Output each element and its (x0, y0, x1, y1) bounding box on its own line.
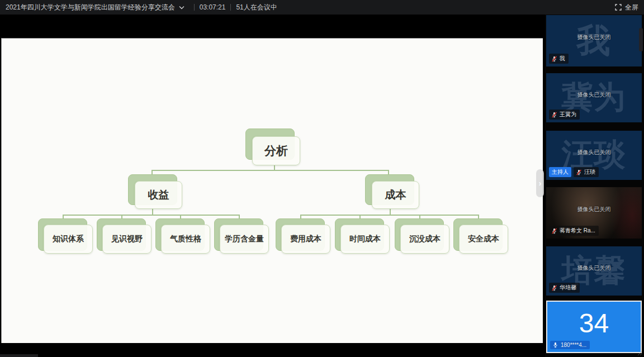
chevron-right-icon: › (539, 179, 542, 187)
connector-line (300, 215, 479, 216)
mindmap-leaf-node: 知识体系 (38, 218, 87, 251)
meeting-title: 2021年四川大学文学与新闻学院出国留学经验分享交流会 (6, 3, 175, 12)
participant-name-pill: 180****4... (550, 341, 590, 349)
fullscreen-button[interactable]: 全屏 (615, 3, 638, 12)
connector-line (151, 170, 389, 171)
node-label: 学历含金量 (220, 225, 269, 254)
meeting-timer: 03:07:21 (200, 3, 226, 11)
node-label: 收益 (135, 181, 182, 209)
node-label: 知识体系 (44, 225, 93, 254)
meeting-titlebar: 2021年四川大学文学与新闻学院出国留学经验分享交流会 03:07:21 51人… (0, 0, 644, 15)
participant-name-pill: 我 (549, 54, 569, 64)
connector-line (152, 209, 153, 215)
connector-line (63, 215, 239, 216)
participant-tile-active-speaker[interactable]: 34 180****4... (546, 301, 642, 353)
node-label: 费用成本 (281, 225, 330, 254)
camera-off-text: 摄像头已关闭 (546, 206, 642, 213)
camera-off-text: 摄像头已关闭 (546, 91, 642, 99)
mic-muted-icon (576, 169, 582, 175)
node-label: 气质性格 (161, 225, 210, 254)
participant-tile[interactable]: 我 摄像头已关闭 我 (546, 15, 642, 66)
participant-tile[interactable]: 汪琰 摄像头已关闭 主持人 汪琰 (546, 131, 642, 180)
participant-sidebar: 我 摄像头已关闭 我 冀为 摄像头已关闭 (545, 15, 644, 357)
participant-name-pill: 华培馨 (549, 283, 580, 293)
participant-name: 蒋青希文 Ra... (560, 227, 595, 235)
fullscreen-icon (615, 4, 622, 11)
participant-name-pill: 王冀为 (549, 110, 580, 120)
mindmap-branch-node: 成本 (365, 174, 414, 205)
participant-name-pill: 汪琰 (574, 167, 599, 177)
participant-name-pill: 蒋青希文 Ra... (549, 226, 599, 236)
shared-screen-canvas: 分析 收益 成本 知识体系 见识视野 气质性格 学历含金量 (1, 38, 543, 343)
node-label: 沉没成本 (400, 225, 449, 254)
participant-name: 汪琰 (584, 168, 595, 176)
participant-tile[interactable]: 摄像头已关闭 蒋青希文 Ra... (546, 187, 642, 239)
mic-muted-icon (551, 112, 557, 118)
node-label: 分析 (252, 136, 300, 165)
node-label: 时间成本 (340, 225, 390, 254)
fullscreen-label: 全屏 (625, 3, 638, 12)
participant-count: 51人在会议中 (236, 3, 277, 12)
sidebar-scrollbar-thumb[interactable] (639, 28, 643, 51)
mindmap-leaf-node: 气质性格 (155, 218, 205, 251)
mic-muted-icon (551, 228, 557, 234)
mindmap-leaf-node: 费用成本 (276, 218, 325, 251)
participant-tile[interactable]: 培馨 摄像头已关闭 华培馨 (546, 246, 642, 296)
mindmap-branch-node: 收益 (128, 174, 177, 205)
participant-tile[interactable]: 冀为 摄像头已关闭 王冀为 (546, 73, 642, 122)
mic-muted-icon (551, 285, 557, 291)
node-label: 见识视野 (102, 225, 151, 254)
camera-off-text: 摄像头已关闭 (546, 264, 642, 272)
sidebar-collapse-handle[interactable]: › (536, 169, 544, 197)
divider (230, 4, 231, 11)
mindmap-leaf-node: 安全成本 (453, 218, 503, 251)
mindmap-leaf-node: 沉没成本 (395, 218, 444, 251)
connector-line (390, 209, 391, 215)
participant-display-number: 34 (547, 307, 641, 338)
mindmap-leaf-node: 学历含金量 (214, 218, 263, 251)
mindmap-root-node: 分析 (245, 128, 295, 160)
mic-muted-icon (551, 56, 557, 62)
node-label: 成本 (372, 181, 419, 209)
divider (194, 4, 195, 11)
participant-name: 我 (560, 55, 565, 63)
participant-name: 王冀为 (560, 111, 576, 118)
shared-screen-stage: 分析 收益 成本 知识体系 见识视野 气质性格 学历含金量 (0, 15, 545, 357)
mindmap-leaf-node: 时间成本 (335, 218, 384, 251)
camera-off-text: 摄像头已关闭 (546, 34, 642, 41)
mic-on-icon (552, 342, 558, 348)
connector-line (274, 165, 275, 170)
bottom-left-strip (0, 354, 38, 357)
participant-name: 180****4... (561, 342, 586, 348)
participant-name: 华培馨 (560, 284, 576, 292)
chevron-down-icon[interactable] (179, 6, 184, 9)
host-badge: 主持人 (549, 167, 571, 177)
resize-grip-icon[interactable] (636, 351, 642, 356)
node-label: 安全成本 (459, 225, 508, 254)
camera-off-text: 摄像头已关闭 (546, 149, 642, 156)
mindmap-leaf-node: 见识视野 (97, 218, 146, 251)
